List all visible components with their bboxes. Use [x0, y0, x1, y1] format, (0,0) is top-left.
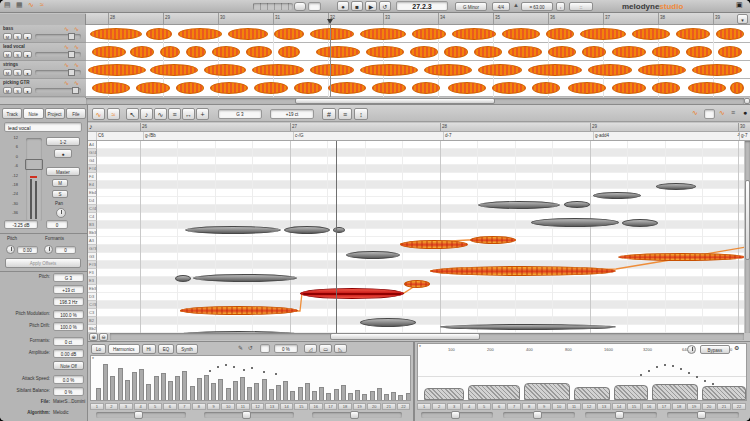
harmonic-bar[interactable] — [305, 383, 310, 400]
clef-icon[interactable]: ♪ — [89, 123, 93, 130]
pitch-ruler-cell[interactable]: F3 — [88, 269, 97, 277]
waveform-blob[interactable] — [310, 64, 354, 76]
time-display[interactable]: 27.2.3 — [396, 1, 448, 11]
waveform-blob[interactable] — [528, 64, 582, 76]
track-name-field[interactable]: lead vocal — [4, 122, 82, 132]
track-record-arm-button[interactable]: ● — [54, 149, 72, 158]
chord-label[interactable]: C6 — [98, 133, 104, 138]
waveform-blob[interactable] — [548, 46, 576, 58]
partial-number-cell[interactable]: 3 — [447, 403, 461, 410]
tempo-comma-button[interactable]: , — [556, 2, 565, 11]
partial-number-cell[interactable]: 8 — [192, 403, 206, 410]
waveform-blob[interactable] — [638, 64, 686, 76]
window-layout-icon[interactable]: ▤ — [4, 1, 11, 9]
partial-number-cell[interactable]: 22 — [732, 403, 746, 410]
waveform-blob[interactable] — [632, 28, 670, 40]
partial-number-cell[interactable]: 11 — [236, 403, 250, 410]
waveform-blob[interactable] — [186, 46, 206, 58]
chord-label[interactable]: g-add4 — [595, 133, 609, 138]
editor-zoom-out-button[interactable]: ⊖ — [99, 333, 108, 341]
pitch-ruler-cell[interactable]: B3 — [88, 221, 97, 229]
editor-playhead[interactable] — [336, 141, 337, 333]
track-volume-thumb[interactable] — [68, 69, 75, 76]
volume-fader-track[interactable] — [26, 138, 42, 221]
partial-number-cell[interactable]: 13 — [597, 403, 611, 410]
waveform-blob[interactable] — [228, 28, 268, 40]
arrangement-ruler[interactable]: 282930313233343536373839 — [86, 13, 750, 25]
harmonic-bar[interactable] — [103, 364, 108, 400]
harmonic-bar[interactable] — [298, 387, 303, 400]
editor-ruler[interactable]: 2627282930 — [88, 123, 750, 132]
harmonic-bar[interactable] — [161, 373, 166, 400]
waveform-blob[interactable] — [588, 64, 632, 76]
waveform-blob[interactable] — [294, 82, 322, 94]
pitch-ruler-cell[interactable]: F4 — [88, 173, 97, 181]
link-checkbox[interactable] — [260, 344, 270, 353]
partial-number-cell[interactable]: 6 — [163, 403, 177, 410]
harmonics-graph[interactable] — [90, 355, 411, 401]
mute-button[interactable]: M — [52, 179, 68, 187]
partial-number-cell[interactable]: 16 — [642, 403, 656, 410]
pitch-ruler-cell[interactable]: C#4 — [88, 205, 97, 213]
pitch-tool-button[interactable]: ♪ — [140, 108, 153, 120]
harmonic-bar[interactable] — [348, 393, 353, 400]
partial-number-cell[interactable]: 14 — [612, 403, 626, 410]
waveform-blob[interactable] — [372, 82, 406, 94]
waveform-blob[interactable] — [274, 28, 304, 40]
chord-label[interactable]: c-/G — [295, 133, 304, 138]
note-blob-reference[interactable] — [531, 218, 619, 227]
partial-number-cell[interactable]: 4 — [462, 403, 476, 410]
track-volume-thumb[interactable] — [68, 51, 75, 58]
note-blob-vocal[interactable] — [618, 253, 744, 261]
partial-number-cell[interactable]: 11 — [567, 403, 581, 410]
waveform-blob[interactable] — [90, 28, 142, 40]
note-blob-vocal[interactable] — [180, 306, 298, 315]
inspector-value[interactable]: 0 ct — [53, 337, 84, 346]
partial-number-cell[interactable]: 21 — [717, 403, 731, 410]
inspector-value[interactable]: 198.3 Hz — [53, 297, 84, 306]
waveform-blob[interactable] — [254, 82, 288, 94]
track-volume-thumb[interactable] — [68, 33, 75, 40]
waveform-blob[interactable] — [366, 46, 404, 58]
track-mute-button[interactable]: M — [3, 51, 12, 58]
harmonic-bar[interactable] — [226, 388, 231, 400]
inspector-value[interactable]: 0.0 % — [53, 375, 84, 384]
paint-tool-icon[interactable]: ✎ — [238, 344, 243, 351]
waveform-blob[interactable] — [582, 46, 606, 58]
pitch-offset-knob[interactable] — [6, 245, 15, 254]
ruler-corner-box[interactable]: ▾ — [737, 14, 748, 24]
partial-number-cell[interactable]: 20 — [702, 403, 716, 410]
waveform-blob[interactable] — [718, 46, 742, 58]
play-button[interactable]: ▶ — [365, 1, 377, 11]
eq-band-blob[interactable] — [702, 386, 746, 400]
monitor-slider-thumb[interactable] — [294, 2, 306, 11]
pitch-ruler-cell[interactable]: G4 — [88, 157, 97, 165]
partial-number-cell[interactable]: 9 — [537, 403, 551, 410]
harmonic-bar[interactable] — [398, 395, 403, 400]
panel-toggle-icon[interactable]: ▣ — [736, 1, 743, 9]
partial-number-cell[interactable]: 19 — [687, 403, 701, 410]
harmonic-bar[interactable] — [182, 371, 187, 400]
inspector-value[interactable]: 0.00 dB — [53, 349, 84, 358]
eq-band-blob[interactable] — [424, 388, 464, 400]
harmonic-bar[interactable] — [254, 383, 259, 400]
partial-number-cell[interactable]: 15 — [294, 403, 308, 410]
auto-scroll-icon[interactable]: ● — [743, 109, 747, 116]
waveform-blob[interactable] — [568, 82, 606, 94]
waveform-blob[interactable] — [176, 82, 204, 94]
waveform-blob[interactable] — [246, 46, 272, 58]
scale-snap-button[interactable]: ≡ — [338, 108, 352, 120]
waveform-blob[interactable] — [328, 82, 366, 94]
harmonic-bar[interactable] — [190, 386, 195, 400]
macro-slider-right-3-thumb[interactable] — [615, 411, 624, 419]
time-grid-snap-button[interactable]: ↕ — [354, 108, 368, 120]
waveform-blob[interactable] — [612, 46, 646, 58]
waveform-blob[interactable] — [278, 46, 300, 58]
waveform-blob[interactable] — [716, 28, 744, 40]
editor-vscroll-thumb[interactable] — [745, 180, 750, 260]
note-blob-reference[interactable] — [333, 227, 345, 233]
eq-band-blob[interactable] — [574, 387, 610, 400]
note-off-button[interactable]: Note Off — [53, 361, 84, 370]
solo-button[interactable]: S — [52, 190, 68, 198]
pan-knob[interactable] — [56, 208, 66, 218]
